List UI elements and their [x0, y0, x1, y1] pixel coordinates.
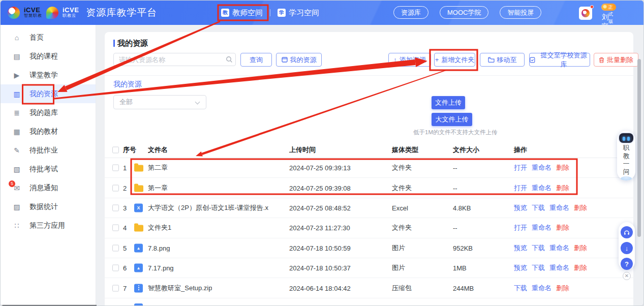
action-link[interactable]: 删除 — [574, 243, 587, 253]
help-icon[interactable]: ? — [621, 258, 633, 270]
file-icon-cell — [134, 164, 143, 172]
nav-teacher-space[interactable]: 教教师空间 — [221, 8, 263, 18]
upload-time: 2024-07-25 08:48:52 — [289, 204, 351, 211]
robot-icon — [619, 133, 633, 143]
sidebar-item-homework[interactable]: ✎待批作业 — [1, 141, 96, 160]
sidebar-item-third-party[interactable]: ∷第三方应用 — [1, 216, 96, 235]
row-actions: 打开重命名删除 — [514, 223, 569, 232]
nav-learning-space[interactable]: 学学习空间 — [278, 8, 319, 18]
sidebar-item-home[interactable]: ⌂首页 — [1, 28, 96, 47]
row-checkbox[interactable] — [112, 244, 119, 251]
icve-zhijiaoyun-logo: iCVE 职教云 — [63, 7, 79, 18]
sidebar-item-exams[interactable]: ▧待批考试 — [1, 160, 96, 178]
close-toolbar-button[interactable]: ✕ — [623, 272, 631, 280]
file-name: 第二章 — [148, 163, 168, 172]
row-index: 3 — [123, 204, 127, 211]
row-checkbox[interactable] — [112, 265, 119, 271]
my-resources-button[interactable]: 我的资源 — [276, 53, 322, 67]
ai-assistant-label: 职教一问 — [623, 144, 630, 176]
question-bank-icon: ≣ — [12, 109, 21, 117]
action-link[interactable]: 重命名 — [532, 284, 551, 293]
row-checkbox-cell — [112, 285, 119, 291]
submit-to-school-label: 提交至学校资源库 — [538, 51, 590, 69]
download-icon[interactable]: ↓ — [621, 242, 633, 254]
sidebar-item-label: 我的教材 — [29, 127, 58, 136]
new-folder-label: 新增文件夹 — [441, 55, 474, 65]
sidebar-item-resources[interactable]: ▥我的资源 — [1, 84, 96, 103]
file-size: -- — [453, 224, 457, 232]
sidebar-item-label: 课堂教学 — [29, 71, 58, 80]
action-link[interactable]: 重命名 — [532, 183, 551, 193]
sidebar-item-classroom[interactable]: ▶课堂教学 — [1, 66, 96, 84]
action-link[interactable]: 删除 — [556, 284, 569, 293]
action-link[interactable]: 重命名 — [532, 163, 551, 172]
table-row: 67.17.png2024-07-18 10:50:37图片1MB预览下载重命名… — [105, 258, 633, 278]
action-link[interactable]: 重命名 — [549, 263, 569, 272]
logo2-sub: 职教云 — [63, 13, 79, 18]
action-link[interactable]: 删除 — [556, 163, 569, 172]
upload-time: 2024-07-23 11:27:30 — [289, 224, 350, 232]
new-folder-button[interactable]: + 新增文件夹 — [434, 53, 475, 67]
row-checkbox[interactable] — [112, 285, 119, 291]
action-link[interactable]: 下载 — [532, 203, 545, 212]
action-link[interactable]: 删除 — [556, 223, 569, 232]
action-link[interactable]: 预览 — [514, 243, 527, 253]
filter-dropdown[interactable]: 全部 — [113, 95, 206, 109]
logo1-sub: 智慧职教 — [24, 13, 42, 18]
action-link[interactable]: 下载 — [532, 243, 545, 253]
action-link[interactable]: 打开 — [514, 163, 527, 172]
user-menu[interactable]: 刘宵宁 — [602, 13, 615, 25]
move-to-button[interactable]: 移动至 — [480, 53, 525, 67]
file-icon-cell — [134, 184, 143, 192]
action-link[interactable]: 打开 — [514, 223, 527, 232]
logo1-brand: iCVE — [24, 7, 42, 13]
action-link[interactable]: 删除 — [574, 203, 587, 212]
select-all-checkbox[interactable] — [112, 146, 119, 153]
add-resource-button[interactable]: ↑ 添加资源 — [388, 53, 431, 67]
pill-mooc-college[interactable]: MOOC学院 — [440, 6, 488, 19]
column-header: 操作 — [514, 145, 527, 155]
row-checkbox[interactable] — [112, 225, 119, 231]
customer-service-icon[interactable] — [621, 226, 633, 238]
action-link[interactable]: 重命名 — [549, 203, 569, 212]
action-link[interactable]: 打开 — [514, 183, 527, 193]
row-index: 4 — [123, 224, 127, 232]
avatar[interactable] — [579, 7, 592, 20]
my-resources-label: 我的资源 — [290, 55, 317, 65]
row-checkbox[interactable] — [112, 165, 119, 171]
action-link[interactable]: 删除 — [574, 263, 587, 272]
submit-to-school-button[interactable]: 提交至学校资源库 — [529, 53, 590, 67]
action-link[interactable]: 重命名 — [532, 223, 551, 232]
pill-resource-library[interactable]: 资源库 — [393, 6, 428, 19]
row-index: 5 — [123, 244, 127, 252]
row-checkbox[interactable] — [112, 204, 119, 211]
query-button[interactable]: 查询 — [240, 53, 272, 67]
ai-assistant-widget[interactable]: 职教一问 — [617, 131, 635, 180]
learning-space-icon: 学 — [278, 9, 286, 17]
action-link[interactable]: 下载 — [532, 263, 545, 272]
row-checkbox-cell — [112, 244, 119, 251]
sidebar-item-messages[interactable]: ✉消息通知5 — [1, 178, 96, 197]
action-link[interactable]: 删除 — [556, 183, 569, 193]
sidebar-item-label: 我的课程 — [29, 52, 58, 61]
column-header: 文件名 — [148, 145, 168, 155]
pill-smart-casting[interactable]: 智能投屏 — [500, 6, 541, 19]
app-title: 资源库教学平台 — [86, 6, 157, 19]
sidebar-item-courses[interactable]: ▤我的课程 — [1, 47, 96, 66]
batch-delete-button[interactable]: 批量删除 — [594, 53, 638, 67]
action-link[interactable]: 预览 — [514, 263, 527, 272]
action-link[interactable]: 预览 — [514, 203, 527, 212]
large-file-upload-button[interactable]: 大文件上传 — [432, 113, 472, 126]
sidebar-item-textbooks[interactable]: ▦我的教材 — [1, 122, 96, 141]
file-upload-button[interactable]: 文件上传 — [432, 96, 465, 109]
search-input[interactable] — [113, 53, 236, 66]
sidebar-item-question-bank[interactable]: ≣我的题库 — [1, 103, 96, 122]
app-window: iCVE 智慧职教 iCVE 职教云 资源库教学平台 教教师空间学学习空间 资源… — [0, 0, 644, 306]
scrollbar[interactable] — [637, 59, 641, 237]
breadcrumb[interactable]: 我的资源 — [113, 80, 142, 89]
action-link[interactable]: 下载 — [514, 284, 527, 293]
sidebar-item-statistics[interactable]: ▨数据统计 — [1, 197, 96, 216]
row-checkbox[interactable] — [112, 185, 119, 191]
file-name: 7.17.png — [148, 264, 174, 272]
action-link[interactable]: 重命名 — [549, 243, 569, 253]
